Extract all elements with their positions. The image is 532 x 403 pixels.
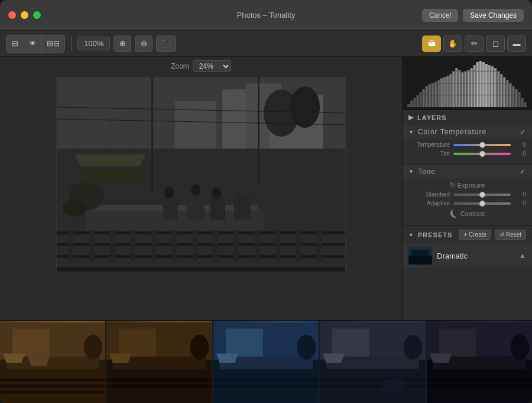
standard-label: Standard <box>408 191 450 198</box>
minimize-button[interactable] <box>21 11 28 19</box>
svg-rect-96 <box>0 378 105 381</box>
adaptive-label: Adaptive <box>408 200 450 207</box>
adaptive-slider[interactable] <box>453 202 511 205</box>
cancel-button[interactable]: Cancel <box>422 9 458 22</box>
reset-preset-button[interactable]: ↺ Reset <box>495 230 526 240</box>
color-temp-controls: Temperature 0 Tint 0 <box>403 139 532 164</box>
save-button[interactable]: Save Changes <box>463 9 524 22</box>
svg-rect-62 <box>464 71 466 107</box>
zoom-in-button[interactable]: ⊕ <box>113 36 131 52</box>
zoom-out-button[interactable]: ⊖ <box>135 36 153 52</box>
presets-label: PRESETS <box>418 231 452 238</box>
crop-tool-button[interactable]: ▬ <box>507 36 526 52</box>
svg-rect-44 <box>410 101 413 107</box>
svg-rect-68 <box>482 62 485 107</box>
adaptive-value: 0 <box>514 200 526 207</box>
svg-marker-133 <box>430 353 452 363</box>
svg-marker-108 <box>110 353 132 363</box>
grid-view-button[interactable]: ⊟ <box>7 36 24 52</box>
svg-rect-61 <box>461 72 463 107</box>
svg-rect-76 <box>506 80 508 107</box>
svg-rect-78 <box>512 86 514 107</box>
svg-rect-57 <box>449 74 452 107</box>
film-item-300bright[interactable]: ★ 300 Bright <box>0 321 106 403</box>
tint-thumb[interactable] <box>479 151 485 157</box>
standard-slider[interactable] <box>453 194 511 196</box>
svg-rect-98 <box>0 391 105 394</box>
svg-rect-79 <box>515 89 518 107</box>
pen-tool-button[interactable]: ✏ <box>465 36 484 52</box>
svg-rect-56 <box>446 76 449 107</box>
temperature-value: 0 <box>514 141 526 148</box>
svg-rect-132 <box>427 385 532 388</box>
svg-rect-66 <box>476 62 479 107</box>
tone-triangle-icon: ▼ <box>408 169 414 175</box>
svg-point-117 <box>297 335 315 360</box>
svg-rect-58 <box>452 71 455 107</box>
film-thumb-bleachedcool <box>320 321 425 403</box>
preview-button[interactable]: 👁 <box>24 36 42 52</box>
compare-button[interactable]: ⊟⊟ <box>42 36 64 52</box>
close-button[interactable] <box>8 11 16 19</box>
create-preset-button[interactable]: + Create <box>459 230 491 240</box>
mask-tool-button[interactable]: ◻ <box>486 36 505 52</box>
filmstrip: ★ 300 Bright ★ 300 <box>0 320 532 403</box>
standard-thumb[interactable] <box>479 192 485 198</box>
tint-label: Tint <box>408 150 450 157</box>
svg-rect-106 <box>106 378 212 381</box>
maximize-button[interactable] <box>33 11 41 19</box>
adaptive-row: Adaptive 0 <box>408 200 526 207</box>
svg-rect-63 <box>468 70 470 107</box>
svg-rect-74 <box>500 74 502 107</box>
adaptive-thumb[interactable] <box>479 201 485 207</box>
svg-rect-67 <box>479 61 482 107</box>
fit-button[interactable]: ⬛ <box>156 36 176 52</box>
color-temp-header[interactable]: ▼ Color Temperature ✓ <box>403 125 532 139</box>
temperature-thumb[interactable] <box>479 142 485 148</box>
hand-tool-button[interactable]: ✋ <box>443 36 462 52</box>
svg-rect-81 <box>521 98 524 107</box>
svg-marker-116 <box>216 353 238 363</box>
svg-rect-114 <box>213 378 319 381</box>
layers-section-header[interactable]: ▶ LAYERS <box>403 110 532 125</box>
tone-controls: ↻ Exposure Standard 0 Adaptive 0 ⏾ Contr… <box>403 179 532 225</box>
tint-slider[interactable] <box>453 153 511 155</box>
svg-rect-54 <box>440 78 443 107</box>
view-toggle-group: ⊟ 👁 ⊟⊟ <box>6 35 65 53</box>
zoom-display: 100% <box>77 37 110 50</box>
film-item-bleacheddrama[interactable]: ★ Bleached Drama <box>427 321 532 403</box>
svg-point-125 <box>404 335 422 360</box>
photo-canvas <box>56 77 346 272</box>
svg-rect-43 <box>407 104 410 107</box>
layers-label: LAYERS <box>417 114 447 121</box>
temperature-slider[interactable] <box>453 144 511 146</box>
tone-header[interactable]: ▼ Tone ✓ <box>403 165 532 179</box>
presets-header: ▼ PRESETS + Create ↺ Reset <box>403 225 532 243</box>
zoom-select[interactable]: 24% 50% 100% <box>193 60 231 72</box>
svg-marker-99 <box>3 353 25 363</box>
temperature-row: Temperature 0 <box>408 141 526 148</box>
exposure-row: ↻ Exposure <box>408 181 526 189</box>
film-item-babyblues[interactable]: ★ Baby Blues <box>213 321 320 403</box>
histogram-svg <box>405 59 530 107</box>
film-item-300[interactable]: ★ 300 <box>106 321 213 403</box>
tone-label: Tone <box>418 167 436 176</box>
canvas-area: Zoom 24% 50% 100% <box>0 57 402 320</box>
film-thumb-300bright <box>0 321 105 403</box>
standard-value: 0 <box>514 191 526 198</box>
svg-rect-55 <box>443 77 446 107</box>
traffic-lights <box>8 11 41 19</box>
titlebar: Photos – Tonality Cancel Save Changes <box>0 0 532 31</box>
dramatic-preset-item[interactable]: Dramatic ▲ <box>403 243 532 268</box>
svg-rect-131 <box>427 378 532 381</box>
tint-row: Tint 0 <box>408 150 526 157</box>
film-item-bleachedcool[interactable]: ★ Bleached Cool <box>320 321 426 403</box>
zoom-label: Zoom <box>171 62 189 70</box>
svg-rect-48 <box>423 89 425 107</box>
histogram-tool-button[interactable]: 🏔 <box>422 36 441 52</box>
tone-checkmark: ✓ <box>520 167 526 176</box>
window-title: Photos – Tonality <box>237 11 296 20</box>
presets-triangle-icon: ▼ <box>408 232 414 238</box>
svg-rect-52 <box>434 82 437 107</box>
preset-expand-icon: ▲ <box>519 252 526 260</box>
